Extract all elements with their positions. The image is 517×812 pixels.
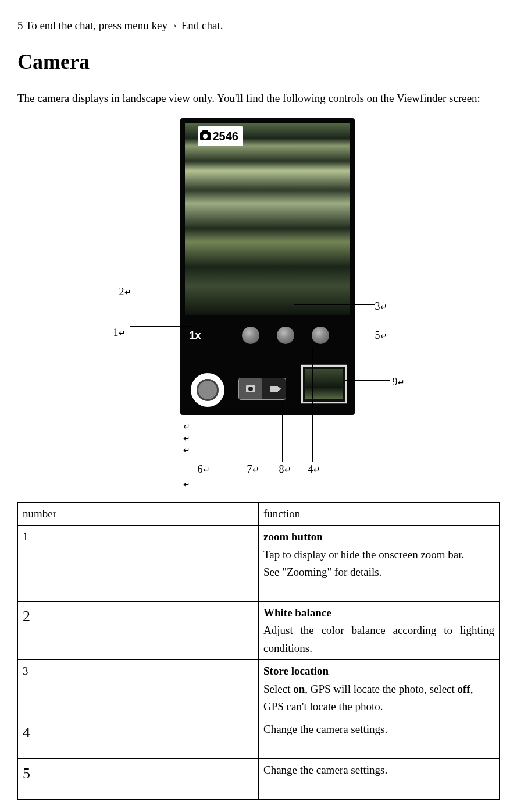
para-marks: ↵↵↵ xyxy=(183,421,190,455)
table-row: 1 zoom button Tap to display or hide the… xyxy=(18,526,500,602)
phone-screen: 2546 1x xyxy=(180,118,355,415)
header-number: number xyxy=(18,503,259,526)
video-mode-icon[interactable] xyxy=(262,378,286,399)
row1-line1: Tap to display or hide the onscreen zoom… xyxy=(263,548,464,561)
header-function: function xyxy=(259,503,500,526)
white-balance-icon[interactable] xyxy=(242,327,259,344)
row5-function: Change the camera settings. xyxy=(259,759,500,800)
row1-line2: See "Zooming" for details. xyxy=(263,566,381,578)
callout-5: 5↵ xyxy=(375,328,387,343)
callout-1: 1↵ xyxy=(113,325,126,341)
zoom-indicator[interactable]: 1x xyxy=(190,328,201,343)
settings-icon[interactable] xyxy=(312,327,329,344)
controls-table: number function 1 zoom button Tap to dis… xyxy=(17,502,500,800)
store-location-icon[interactable] xyxy=(277,327,294,344)
row2-desc: Adjust the color balance according to li… xyxy=(263,624,494,654)
callout-9: 9↵ xyxy=(393,374,405,390)
row1-title: zoom button xyxy=(263,530,323,542)
row4-number: 4 xyxy=(18,718,259,759)
table-row: 4 Change the camera settings. xyxy=(18,718,500,759)
callout-6: 6↵ xyxy=(198,462,210,477)
callout-4: 4↵ xyxy=(308,462,320,477)
row5-number: 5 xyxy=(18,759,259,800)
table-row: 3 Store location Select on, GPS will loc… xyxy=(18,660,500,718)
row5-desc: Change the camera settings. xyxy=(263,764,387,776)
photo-mode-icon[interactable] xyxy=(239,378,262,399)
row4-function: Change the camera settings. xyxy=(259,718,500,759)
row2-title: White balance xyxy=(263,607,331,619)
section-description: The camera displays in landscape view on… xyxy=(17,90,500,107)
photo-counter: 2546 xyxy=(198,126,244,146)
section-heading: Camera xyxy=(17,46,500,77)
gallery-thumbnail[interactable] xyxy=(301,365,347,403)
row3-number: 3 xyxy=(18,660,259,718)
intro-line: 5 To end the chat, press menu key→ End c… xyxy=(17,17,500,34)
table-row: 2 White balance Adjust the color balance… xyxy=(18,601,500,659)
callout-8: 8↵ xyxy=(279,462,291,477)
callout-7: 7↵ xyxy=(247,462,259,477)
row1-number: 1 xyxy=(18,526,259,602)
row3-desc: Select on, GPS will locate the photo, se… xyxy=(263,683,473,712)
live-preview xyxy=(185,123,350,315)
counter-value: 2546 xyxy=(213,127,239,145)
callout-3: 3↵ xyxy=(375,299,387,314)
viewfinder-figure: 2546 1x 2↵ 1↵ 3↵ 5↵ 9↵ 6↵ 7↵ 8↵ xyxy=(17,118,500,479)
row1-function: zoom button Tap to display or hide the o… xyxy=(259,526,500,602)
row4-desc: Change the camera settings. xyxy=(263,723,387,735)
camera-icon xyxy=(200,132,211,140)
para-mark-bottom: ↵ xyxy=(183,476,190,492)
table-header-row: number function xyxy=(18,503,500,526)
row2-function: White balance Adjust the color balance a… xyxy=(259,601,500,659)
shutter-button[interactable] xyxy=(191,373,224,407)
row3-title: Store location xyxy=(263,665,329,677)
table-row: 5 Change the camera settings. xyxy=(18,759,500,800)
row3-function: Store location Select on, GPS will locat… xyxy=(259,660,500,718)
mode-toggle[interactable] xyxy=(238,378,286,400)
row2-number: 2 xyxy=(18,601,259,659)
